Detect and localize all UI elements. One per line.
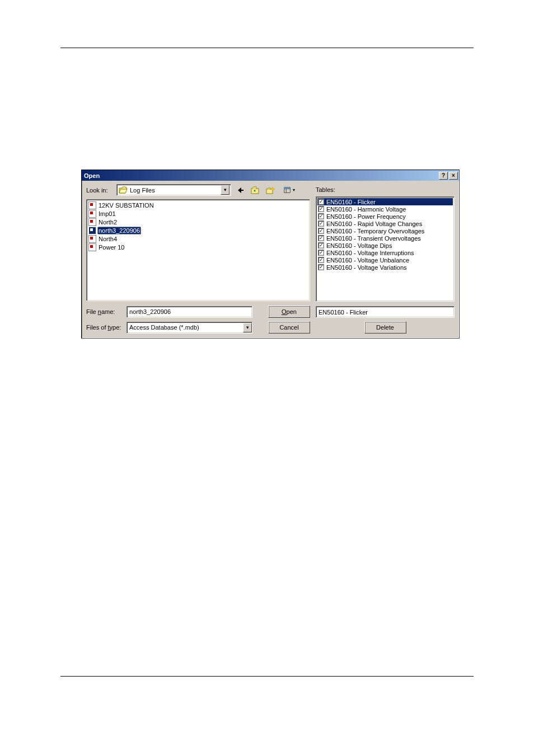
- lookin-label: Look in:: [86, 187, 114, 194]
- titlebar: Open ? ×: [82, 170, 459, 181]
- database-file-icon: [88, 227, 96, 234]
- table-item[interactable]: ✓EN50160 - Rapid Voltage Changes: [317, 220, 453, 227]
- filetype-label: Files of type:: [86, 324, 127, 331]
- filetype-combo[interactable]: Access Database (*.mdb) ▾: [127, 322, 252, 334]
- views-menu-button[interactable]: ▾: [279, 184, 297, 196]
- filename-input[interactable]: north3_220906: [127, 306, 252, 318]
- table-item-label: EN50160 - Transient Overvoltages: [326, 235, 421, 242]
- file-item-label: Power 10: [97, 243, 125, 251]
- table-item[interactable]: ✓EN50160 - Temporary Overvoltages: [317, 227, 453, 234]
- table-item[interactable]: ✓EN50160 - Transient Overvoltages: [317, 234, 453, 242]
- lookin-value: Log Files: [129, 187, 221, 194]
- file-item[interactable]: Imp01: [88, 209, 308, 218]
- table-item[interactable]: ✓EN50160 - Voltage Variations: [317, 264, 453, 271]
- help-button[interactable]: ?: [439, 172, 448, 180]
- chevron-down-icon[interactable]: ▾: [221, 185, 229, 195]
- file-item[interactable]: 12KV SUBSTATION: [88, 201, 308, 209]
- checkbox-icon[interactable]: ✓: [318, 264, 324, 270]
- database-file-icon: [88, 210, 96, 218]
- table-item-label: EN50160 - Voltage Unbalance: [326, 257, 409, 264]
- checkbox-icon[interactable]: ✓: [318, 199, 324, 205]
- table-item[interactable]: ✓EN50160 - Power Frequency: [317, 213, 453, 220]
- table-item[interactable]: ✓EN50160 - Flicker: [317, 198, 453, 205]
- table-item-label: EN50160 - Temporary Overvoltages: [326, 228, 424, 234]
- chevron-down-icon: ▾: [293, 187, 295, 192]
- page-footer-rule: [60, 676, 474, 677]
- new-folder-button[interactable]: [264, 184, 277, 196]
- selected-table-input[interactable]: EN50160 - Flicker: [316, 306, 455, 318]
- back-button[interactable]: [233, 184, 246, 196]
- file-item[interactable]: North4: [88, 234, 308, 243]
- table-item-label: EN50160 - Voltage Variations: [326, 264, 407, 271]
- database-file-icon: [88, 235, 96, 243]
- table-item-label: EN50160 - Flicker: [326, 199, 376, 205]
- checkbox-icon[interactable]: ✓: [318, 228, 324, 234]
- up-one-level-button[interactable]: [249, 184, 261, 196]
- open-folder-icon: [119, 186, 128, 194]
- table-item[interactable]: ✓EN50160 - Voltage Interruptions: [317, 249, 453, 256]
- selected-table-value: EN50160 - Flicker: [318, 309, 368, 316]
- tables-list[interactable]: ✓EN50160 - Flicker✓EN50160 - Harmonic Vo…: [316, 196, 455, 302]
- file-item[interactable]: north3_220906: [88, 226, 308, 234]
- lookin-combo[interactable]: Log Files ▾: [116, 184, 231, 196]
- close-button[interactable]: ×: [449, 172, 458, 180]
- checkbox-icon[interactable]: ✓: [318, 206, 324, 212]
- file-item-label: 12KV SUBSTATION: [97, 201, 155, 209]
- table-item-label: EN50160 - Voltage Dips: [326, 242, 392, 249]
- file-item-label: Imp01: [97, 210, 117, 218]
- new-folder-icon: [266, 186, 275, 195]
- table-item-label: EN50160 - Voltage Interruptions: [326, 250, 414, 256]
- table-item[interactable]: ✓EN50160 - Harmonic Voltage: [317, 205, 453, 213]
- table-item[interactable]: ✓EN50160 - Voltage Unbalance: [317, 256, 453, 264]
- file-item[interactable]: Power 10: [88, 243, 308, 251]
- checkbox-icon[interactable]: ✓: [318, 257, 324, 263]
- checkbox-icon[interactable]: ✓: [318, 220, 324, 227]
- tables-label: Tables:: [316, 186, 455, 193]
- svg-rect-1: [266, 189, 273, 194]
- delete-button[interactable]: Delete: [364, 321, 406, 334]
- checkbox-icon[interactable]: ✓: [318, 235, 324, 241]
- cancel-button[interactable]: Cancel: [268, 321, 310, 334]
- open-dialog: Open ? × Look in: Log Files ▾: [81, 170, 460, 339]
- table-item[interactable]: ✓EN50160 - Voltage Dips: [317, 242, 453, 249]
- table-item-label: EN50160 - Power Frequency: [326, 213, 406, 220]
- filename-value: north3_220906: [129, 308, 171, 315]
- database-file-icon: [88, 201, 96, 209]
- file-item-label: North2: [97, 218, 118, 226]
- arrow-left-icon: [236, 186, 245, 195]
- page-header-rule: [60, 48, 474, 48]
- database-file-icon: [88, 218, 96, 226]
- checkbox-icon[interactable]: ✓: [318, 250, 324, 256]
- chevron-down-icon[interactable]: ▾: [243, 323, 252, 332]
- filetype-value: Access Database (*.mdb): [129, 324, 199, 331]
- database-file-icon: [88, 243, 96, 251]
- open-button[interactable]: Open: [268, 306, 310, 318]
- filename-label: File name:: [86, 308, 127, 315]
- checkbox-icon[interactable]: ✓: [318, 242, 324, 248]
- views-icon: [284, 186, 292, 194]
- file-item-label: north3_220906: [97, 227, 141, 234]
- svg-rect-5: [284, 187, 291, 189]
- file-list[interactable]: 12KV SUBSTATIONImp01North2north3_220906N…: [86, 199, 310, 301]
- file-item-label: North4: [97, 235, 118, 243]
- folder-up-icon: [251, 186, 260, 195]
- table-item-label: EN50160 - Rapid Voltage Changes: [326, 220, 422, 227]
- file-item[interactable]: North2: [88, 218, 308, 226]
- dialog-title: Open: [84, 172, 438, 179]
- table-item-label: EN50160 - Harmonic Voltage: [326, 206, 406, 213]
- checkbox-icon[interactable]: ✓: [318, 213, 324, 219]
